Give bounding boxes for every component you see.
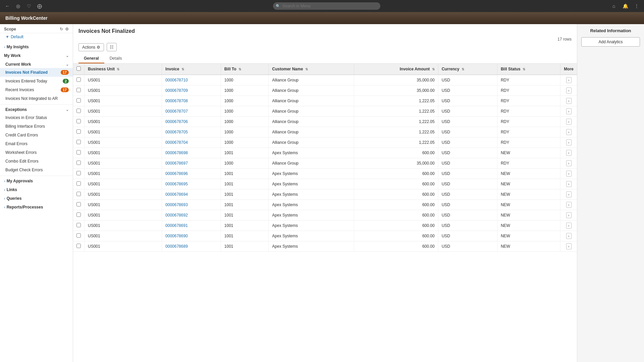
row-checkbox-cell[interactable] (73, 148, 85, 158)
row-checkbox-cell[interactable] (73, 106, 85, 117)
expand-row-button[interactable]: › (566, 171, 572, 177)
sidebar-item-my-insights[interactable]: › My Insights (0, 42, 73, 51)
cell-invoice[interactable]: 0000678696 (162, 169, 221, 179)
expand-row-button[interactable]: › (566, 233, 572, 239)
cell-expand[interactable]: › (560, 85, 577, 96)
cell-invoice[interactable]: 0000678690 (162, 231, 221, 241)
sidebar-item-email-errors[interactable]: Email Errors (0, 139, 73, 148)
cell-expand[interactable]: › (560, 127, 577, 137)
cell-expand[interactable]: › (560, 189, 577, 200)
sidebar-item-invoices-not-finalized[interactable]: Invoices Not Finalized 17 (0, 68, 73, 77)
add-analytics-button[interactable]: Add Analytics (581, 37, 640, 47)
sidebar-item-queries[interactable]: › Queries (0, 193, 73, 202)
row-checkbox-cell[interactable] (73, 189, 85, 200)
sidebar-item-combo-edit-errors[interactable]: Combo Edit Errors (0, 157, 73, 166)
sidebar-item-credit-card-errors[interactable]: Credit Card Errors (0, 131, 73, 139)
row-checkbox-cell[interactable] (73, 210, 85, 221)
cell-expand[interactable]: › (560, 106, 577, 117)
th-bill-to[interactable]: Bill To ⇅ (221, 64, 268, 75)
settings-icon[interactable]: ⚙ (65, 27, 69, 32)
cell-invoice[interactable]: 0000678709 (162, 85, 221, 96)
home-icon[interactable]: ⌂ (610, 3, 617, 9)
cell-invoice[interactable]: 0000678707 (162, 106, 221, 117)
notifications-icon[interactable]: 🔔 (622, 3, 629, 9)
row-checkbox-7[interactable] (76, 150, 81, 155)
nav-icon[interactable]: ⨁ (36, 3, 43, 9)
expand-row-button[interactable]: › (566, 87, 572, 94)
cell-invoice[interactable]: 0000678691 (162, 221, 221, 231)
row-checkbox-12[interactable] (76, 202, 81, 206)
cell-expand[interactable]: › (560, 96, 577, 106)
tab-details[interactable]: Details (104, 54, 127, 63)
refresh-icon[interactable]: ↻ (60, 27, 63, 32)
cell-expand[interactable]: › (560, 200, 577, 210)
row-checkbox-cell[interactable] (73, 200, 85, 210)
cell-expand[interactable]: › (560, 148, 577, 158)
expand-row-button[interactable]: › (566, 212, 572, 218)
row-checkbox-4[interactable] (76, 119, 81, 123)
cell-expand[interactable]: › (560, 241, 577, 252)
row-checkbox-cell[interactable] (73, 241, 85, 252)
cell-invoice[interactable]: 0000678710 (162, 75, 221, 85)
row-checkbox-8[interactable] (76, 161, 81, 165)
cell-expand[interactable]: › (560, 179, 577, 189)
expand-row-button[interactable]: › (566, 108, 572, 114)
cell-expand[interactable]: › (560, 210, 577, 221)
sidebar-item-billing-interface-errors[interactable]: Billing Interface Errors (0, 122, 73, 131)
cell-invoice[interactable]: 0000678697 (162, 158, 221, 169)
sidebar-item-reports-processes[interactable]: › Reports/Processes (0, 202, 73, 211)
cell-expand[interactable]: › (560, 117, 577, 127)
cell-expand[interactable]: › (560, 137, 577, 148)
expand-row-button[interactable]: › (566, 77, 572, 83)
actions-button[interactable]: Actions ⚙ (78, 43, 104, 51)
row-checkbox-11[interactable] (76, 192, 81, 196)
cell-invoice[interactable]: 0000678704 (162, 137, 221, 148)
filter-button[interactable]: ☷ (107, 43, 117, 51)
row-checkbox-cell[interactable] (73, 117, 85, 127)
row-checkbox-13[interactable] (76, 213, 81, 217)
sidebar-item-invoices-not-integrated[interactable]: Invoices Not Integrated to AR (0, 94, 73, 103)
row-checkbox-10[interactable] (76, 181, 81, 186)
cell-invoice[interactable]: 0000678698 (162, 148, 221, 158)
row-checkbox-cell[interactable] (73, 169, 85, 179)
row-checkbox-cell[interactable] (73, 127, 85, 137)
row-checkbox-cell[interactable] (73, 158, 85, 169)
cell-expand[interactable]: › (560, 169, 577, 179)
cell-expand[interactable]: › (560, 75, 577, 85)
expand-row-button[interactable]: › (566, 160, 572, 166)
cell-expand[interactable]: › (560, 231, 577, 241)
sidebar-item-recent-invoices[interactable]: Recent Invoices 17 (0, 85, 73, 94)
select-all-checkbox[interactable] (76, 66, 81, 71)
row-checkbox-0[interactable] (76, 77, 81, 82)
row-checkbox-3[interactable] (76, 109, 81, 113)
row-checkbox-9[interactable] (76, 171, 81, 175)
cell-expand[interactable]: › (560, 158, 577, 169)
row-checkbox-cell[interactable] (73, 179, 85, 189)
cell-invoice[interactable]: 0000678706 (162, 117, 221, 127)
th-invoice[interactable]: Invoice ⇅ (162, 64, 221, 75)
th-business-unit[interactable]: Business Unit ⇅ (85, 64, 162, 75)
th-invoice-amount[interactable]: Invoice Amount ⇅ (354, 64, 438, 75)
expand-row-button[interactable]: › (566, 223, 572, 229)
row-checkbox-cell[interactable] (73, 231, 85, 241)
cell-invoice[interactable]: 0000678693 (162, 200, 221, 210)
row-checkbox-cell[interactable] (73, 221, 85, 231)
sidebar-item-invoices-error-status[interactable]: Invoices in Error Status (0, 113, 73, 122)
th-bill-status[interactable]: Bill Status ⇅ (497, 64, 560, 75)
sidebar-item-budget-check-errors[interactable]: Budget Check Errors (0, 166, 73, 174)
sidebar-exceptions[interactable]: Exceptions ⌄ (0, 104, 73, 113)
cell-invoice[interactable]: 0000678695 (162, 179, 221, 189)
menu-icon[interactable]: ⋮ (633, 3, 640, 9)
sidebar-item-invoices-entered-today[interactable]: Invoices Entered Today 2 (0, 77, 73, 85)
row-checkbox-5[interactable] (76, 129, 81, 134)
sidebar-current-work[interactable]: Current Work ⌄ (0, 59, 73, 68)
row-checkbox-16[interactable] (76, 244, 81, 248)
back-icon[interactable]: ← (4, 3, 11, 9)
sidebar-item-my-approvals[interactable]: › My Approvals (0, 176, 73, 185)
cell-invoice[interactable]: 0000678689 (162, 241, 221, 252)
row-checkbox-1[interactable] (76, 88, 81, 92)
row-checkbox-14[interactable] (76, 223, 81, 227)
th-currency[interactable]: Currency ⇅ (438, 64, 497, 75)
history-icon[interactable]: ◎ (15, 3, 21, 9)
expand-row-button[interactable]: › (566, 119, 572, 125)
